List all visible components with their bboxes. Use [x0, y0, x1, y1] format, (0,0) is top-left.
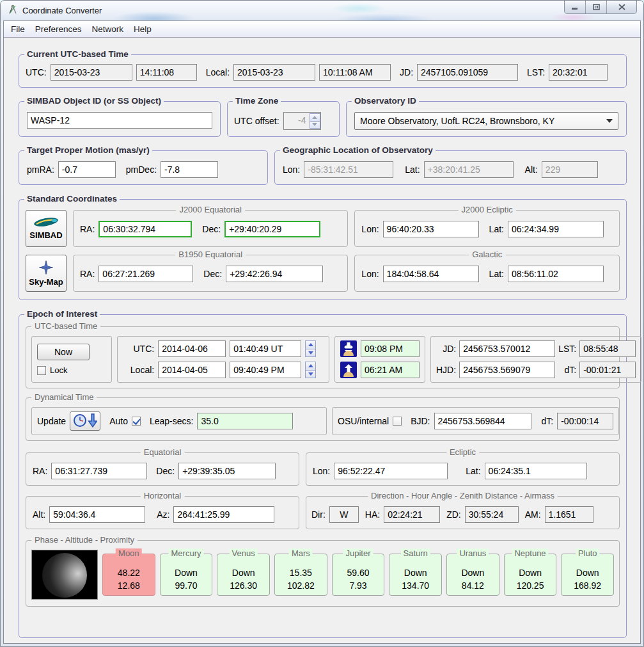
- dir-field: W: [329, 506, 359, 523]
- galactic-lon-input[interactable]: 184:04:58.64: [383, 266, 479, 282]
- leap-secs-label: Leap-secs:: [150, 416, 193, 426]
- menu-help[interactable]: Help: [129, 22, 156, 36]
- body-name: Pluto: [576, 548, 600, 558]
- jd-label: JD:: [400, 67, 413, 77]
- bjd-input[interactable]: 2456753.569844: [434, 413, 531, 429]
- utc-offset-label: UTC offset:: [234, 116, 279, 126]
- simbad-button-label: SIMBAD: [29, 230, 62, 240]
- j2000-ecl-lon-input[interactable]: 96:40:20.33: [383, 221, 479, 237]
- alt-label: Alt:: [525, 164, 538, 175]
- osu-internal-label: OSU/internal: [338, 416, 389, 426]
- lst-label: LST:: [527, 67, 545, 77]
- observatory-group: Observatory ID Moore Observatory, UofL R…: [346, 101, 627, 137]
- local-label: Local:: [130, 365, 154, 375]
- now-button[interactable]: Now: [37, 344, 90, 360]
- body-proximity: 12.68: [118, 579, 140, 592]
- obs-lat-field: +38:20:41.25: [424, 161, 514, 178]
- body-proximity: 168.92: [574, 579, 601, 592]
- lat-label: Lat:: [489, 269, 504, 279]
- skymap-button[interactable]: Sky-Map: [26, 255, 67, 292]
- close-button[interactable]: [607, 1, 636, 13]
- utc-time-stepper[interactable]: [305, 340, 316, 357]
- j2000-ecl-lat-input[interactable]: 06:24:34.99: [508, 221, 604, 237]
- dec-label: Dec:: [156, 466, 175, 476]
- epoch-jd-input[interactable]: 2456753.570012: [459, 340, 555, 357]
- lon-label: Lon:: [313, 466, 330, 476]
- dynamical-dt-field: -00:00:14: [557, 413, 613, 429]
- az-label: Az:: [157, 509, 169, 520]
- local-time-stepper[interactable]: [305, 362, 316, 378]
- body-proximity: 7.93: [349, 579, 366, 592]
- utc-offset-stepper[interactable]: [310, 113, 320, 129]
- epoch-local-date-input[interactable]: 2014-04-05: [158, 362, 226, 378]
- b1950-dec-input[interactable]: +29:42:26.94: [226, 266, 323, 282]
- ha-field: 02:24:21: [384, 506, 440, 523]
- observatory-selected-value: Moore Observatory, UofL RC24, Brownsboro…: [360, 116, 554, 126]
- body-altitude: Down: [175, 566, 198, 579]
- current-lst-field: 20:32:01: [549, 64, 608, 81]
- galactic-lat-input[interactable]: 08:56:11.02: [508, 266, 604, 282]
- menubar: File Preferences Network Help: [4, 21, 640, 38]
- simbad-button[interactable]: SIMBAD: [26, 210, 67, 247]
- object-id-input[interactable]: WASP-12: [27, 112, 212, 129]
- jd-label: JD:: [443, 344, 456, 354]
- utc-label: UTC:: [134, 344, 155, 354]
- menu-preferences[interactable]: Preferences: [31, 22, 86, 36]
- epoch-dec-input[interactable]: +29:39:35.05: [178, 463, 276, 479]
- lst-label: LST:: [558, 344, 576, 354]
- utc-offset-field[interactable]: -4: [284, 113, 310, 129]
- body-panel-jupiter: Jupiter 59.60 7.93: [332, 554, 385, 596]
- epoch-alt-input[interactable]: 59:04:36.4: [49, 506, 145, 523]
- subgroup-title: J2000 Ecliptic: [459, 205, 516, 214]
- pmra-input[interactable]: -0.7: [58, 161, 116, 178]
- leap-secs-input[interactable]: 35.0: [197, 413, 293, 429]
- current-jd-field: 2457105.091059: [417, 64, 518, 81]
- j2000-dec-input[interactable]: +29:40:20.29: [224, 221, 320, 237]
- dt-label: dT:: [542, 416, 554, 426]
- epoch-utc-time-subgroup: UTC-based Time Now Lock UTC: 2014-04-06: [26, 326, 620, 388]
- subgroup-title: J2000 Equatorial: [176, 205, 245, 214]
- epoch-ecl-lat-input[interactable]: 06:24:35.1: [485, 463, 587, 479]
- subgroup-title: Phase - Altitude - Proximity: [31, 535, 137, 545]
- dec-label: Dec:: [202, 224, 221, 234]
- menu-network[interactable]: Network: [88, 22, 129, 36]
- auto-checkbox[interactable]: [132, 417, 141, 426]
- simbad-object-group: SIMBAD Object ID (or SS Object) WASP-12: [19, 101, 221, 137]
- epoch-utc-date-input[interactable]: 2014-04-06: [158, 340, 226, 357]
- epoch-ecl-lon-input[interactable]: 96:52:22.47: [334, 463, 448, 479]
- update-button[interactable]: [70, 411, 100, 431]
- pmdec-input[interactable]: -7.8: [161, 161, 218, 178]
- minimize-button[interactable]: [565, 1, 586, 13]
- body-name: Mars: [289, 548, 313, 558]
- b1950-ra-input[interactable]: 06:27:21.269: [98, 266, 193, 282]
- zd-field: 30:55:24: [465, 506, 519, 523]
- coordinate-converter-window: Coordinate Converter File Preferences Ne…: [0, 0, 644, 647]
- osu-internal-checkbox[interactable]: [393, 417, 402, 426]
- observatory-select[interactable]: Moore Observatory, UofL RC24, Brownsboro…: [354, 112, 618, 130]
- j2000-ra-input[interactable]: 06:30:32.794: [98, 221, 192, 237]
- body-altitude: 48.22: [118, 566, 140, 579]
- epoch-ra-input[interactable]: 06:31:27.739: [51, 463, 147, 479]
- body-proximity: 134.70: [402, 579, 429, 592]
- local-label: Local:: [206, 67, 230, 77]
- body-proximity: 102.82: [287, 579, 315, 592]
- am-label: AM:: [525, 509, 541, 520]
- titlebar[interactable]: Coordinate Converter: [1, 1, 643, 20]
- epoch-dt-field: -00:01:21: [579, 362, 636, 378]
- menu-file[interactable]: File: [6, 22, 29, 36]
- epoch-hjd-input[interactable]: 2456753.569079: [459, 362, 555, 378]
- lock-checkbox[interactable]: [37, 366, 46, 375]
- compass-icon: [8, 4, 18, 17]
- restore-button[interactable]: [586, 1, 607, 13]
- body-altitude: Down: [576, 566, 599, 579]
- sunrise-time-field: 06:21 AM: [361, 362, 420, 378]
- sunset-time-field: 09:08 PM: [361, 340, 420, 357]
- epoch-utc-time-input[interactable]: 01:40:49 UT: [230, 340, 301, 357]
- epoch-local-time-input[interactable]: 09:40:49 PM: [230, 362, 301, 378]
- body-altitude: Down: [232, 566, 255, 579]
- star-icon: [39, 260, 53, 276]
- sunset-arrow-icon: [340, 340, 357, 357]
- epoch-az-input[interactable]: 264:41:25.99: [173, 506, 274, 523]
- obs-alt-field: 229: [542, 161, 598, 178]
- phase-altitude-proximity-subgroup: Phase - Altitude - Proximity Moon 48.22 …: [26, 540, 620, 607]
